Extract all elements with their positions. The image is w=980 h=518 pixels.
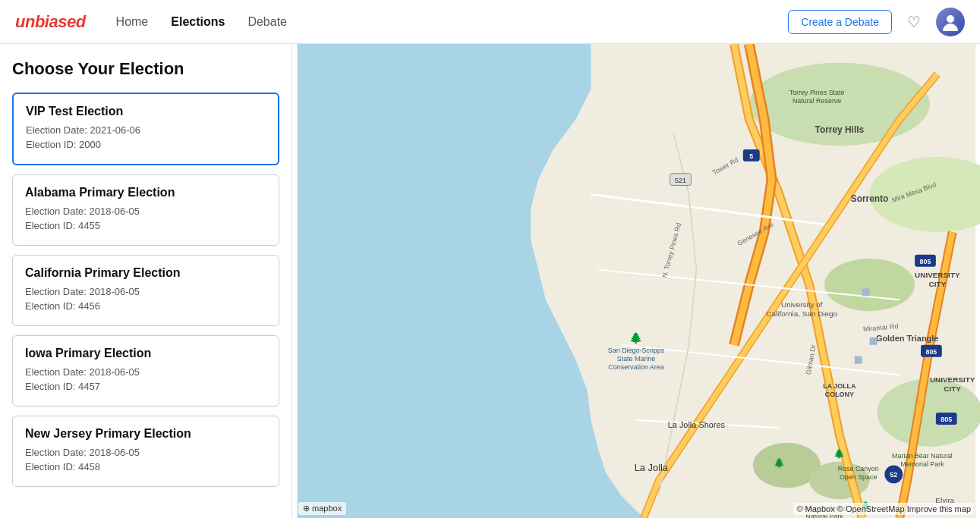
map-attribution[interactable]: © Mapbox © OpenStreetMap Improve this ma…	[793, 503, 974, 515]
header-right: Create a Debate ♡	[788, 8, 965, 36]
election-card-title: New Jersey Primary Election	[25, 427, 266, 441]
svg-text:CITY: CITY	[929, 280, 947, 288]
svg-text:🌲: 🌲	[630, 331, 644, 344]
svg-text:Sorrento: Sorrento	[851, 193, 889, 204]
svg-text:Open Space: Open Space	[840, 473, 878, 481]
svg-point-0	[947, 15, 954, 23]
svg-text:La Jolla: La Jolla	[635, 462, 669, 473]
svg-text:San Diego-Scripps: San Diego-Scripps	[608, 347, 665, 354]
election-card-title: VIP Test Election	[26, 105, 266, 118]
map[interactable]: Torrey Pines State Natural Reserve 5	[292, 44, 980, 518]
svg-text:805: 805	[925, 348, 937, 356]
nav-home[interactable]: Home	[116, 12, 149, 32]
svg-text:Golden Triangle: Golden Triangle	[876, 334, 938, 343]
svg-rect-56	[862, 288, 870, 296]
svg-point-6	[877, 378, 980, 446]
mapbox-logo: ⊕ mapbox	[298, 502, 346, 515]
svg-text:State Marine: State Marine	[617, 355, 656, 363]
nav-debate[interactable]: Debate	[247, 12, 287, 32]
svg-text:California, San Diego: California, San Diego	[766, 309, 837, 318]
svg-text:Torrey Hills: Torrey Hills	[815, 124, 865, 135]
logo[interactable]: unbiased	[15, 12, 86, 32]
sidebar: Choose Your Election VIP Test ElectionEl…	[0, 44, 292, 518]
heart-icon[interactable]: ♡	[903, 11, 925, 33]
svg-text:🌲: 🌲	[774, 457, 785, 468]
election-date: Election Date: 2018-06-05	[25, 366, 266, 378]
election-card-vip-test[interactable]: VIP Test ElectionElection Date: 2021-06-…	[12, 93, 279, 165]
election-id: Election ID: 4455	[25, 220, 266, 231]
svg-text:La Jolla Shores: La Jolla Shores	[668, 420, 726, 429]
svg-text:Torrey Pines State: Torrey Pines State	[789, 89, 845, 96]
main-content: Choose Your Election VIP Test ElectionEl…	[0, 44, 980, 518]
election-id: Election ID: 4457	[25, 381, 266, 392]
svg-text:5: 5	[749, 152, 753, 160]
avatar-image	[936, 8, 965, 36]
election-card-title: California Primary Election	[25, 266, 266, 280]
svg-text:521: 521	[675, 177, 686, 184]
svg-text:Marian Bear Natural: Marian Bear Natural	[892, 452, 953, 460]
svg-text:CITY: CITY	[944, 385, 961, 393]
svg-text:🌲: 🌲	[833, 447, 845, 459]
election-date: Election Date: 2021-06-06	[26, 124, 266, 136]
election-date: Election Date: 2018-06-05	[25, 206, 266, 217]
map-container: Torrey Pines State Natural Reserve 5	[292, 44, 980, 518]
header: unbiased Home Elections Debate Create a …	[0, 0, 980, 44]
election-id: Election ID: 2000	[26, 139, 266, 150]
avatar[interactable]	[936, 8, 965, 36]
svg-text:805: 805	[920, 258, 931, 265]
create-debate-button[interactable]: Create a Debate	[788, 10, 892, 34]
election-card-title: Iowa Primary Election	[25, 347, 266, 360]
sidebar-title: Choose Your Election	[12, 59, 279, 79]
svg-text:Memorial Park: Memorial Park	[900, 460, 944, 468]
election-list: VIP Test ElectionElection Date: 2021-06-…	[12, 93, 279, 487]
nav: Home Elections Debate	[116, 12, 789, 32]
svg-text:805: 805	[941, 416, 952, 423]
election-card-iowa-primary[interactable]: Iowa Primary ElectionElection Date: 2018…	[12, 335, 279, 407]
svg-text:Natural Reserve: Natural Reserve	[793, 97, 841, 105]
svg-text:University of: University of	[781, 300, 823, 309]
svg-rect-57	[870, 337, 878, 345]
svg-text:UNIVERSITY: UNIVERSITY	[930, 375, 975, 384]
election-id: Election ID: 4456	[25, 300, 266, 312]
svg-point-5	[824, 259, 915, 311]
svg-text:COLONY: COLONY	[825, 391, 854, 398]
svg-text:52: 52	[890, 471, 897, 479]
election-card-alabama-primary[interactable]: Alabama Primary ElectionElection Date: 2…	[12, 174, 279, 246]
election-date: Election Date: 2018-06-05	[25, 286, 266, 297]
election-date: Election Date: 2018-06-05	[25, 447, 266, 458]
svg-text:Conservation Area: Conservation Area	[608, 363, 663, 371]
svg-text:Rose Canyon: Rose Canyon	[838, 465, 879, 472]
election-card-california-primary[interactable]: California Primary ElectionElection Date…	[12, 255, 279, 326]
election-card-title: Alabama Primary Election	[25, 186, 266, 199]
election-card-new-jersey-primary[interactable]: New Jersey Primary ElectionElection Date…	[12, 416, 279, 487]
svg-text:LA JOLLA: LA JOLLA	[823, 382, 856, 390]
svg-text:UNIVERSITY: UNIVERSITY	[915, 271, 960, 279]
nav-elections[interactable]: Elections	[171, 12, 225, 32]
svg-rect-58	[855, 356, 862, 364]
election-id: Election ID: 4458	[25, 461, 266, 472]
